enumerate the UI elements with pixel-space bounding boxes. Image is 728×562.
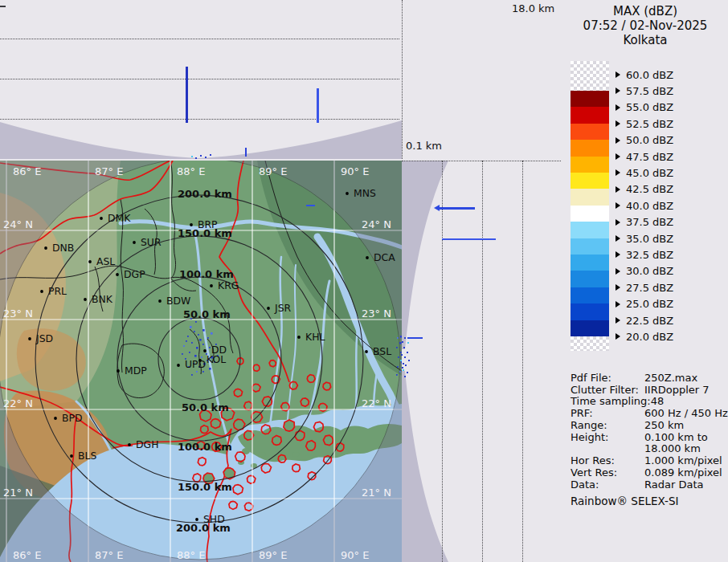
parallel-label-left: 24° N [3,218,33,230]
meridian-label-bottom: 90° E [341,549,369,561]
legend-entry-label: 55.0 dBZ [626,100,673,114]
radar-echo-speck [402,341,403,343]
metadata-value: 0.089 km/pixel [644,466,722,479]
legend-tick-arrow [616,104,620,111]
legend-panel: MAX (dBZ) 07:52 / 02-Nov-2025 Kolkata 60… [562,0,728,562]
radar-echo-speck [400,360,402,361]
legend-swatch [571,222,609,238]
station-dot [203,349,207,352]
metadata-label: Time sampling: [571,395,651,407]
metadata-value: 250Z.max [644,372,697,384]
station-dot [84,298,87,301]
metadata-row: Pdf File:250Z.max [571,372,726,384]
station-dot [44,246,47,250]
legend-tick-arrow [616,301,620,307]
radar-product-view: 18.0 km 0.1 km [0,0,728,562]
legend-tick-arrow [616,71,620,78]
radar-echo-bar [440,207,475,210]
legend-swatch [571,124,609,140]
range-ring-label: 50.0 km [183,308,231,320]
radar-echo-speck [407,372,408,373]
metadata-value: 600 Hz / 450 Hz [644,407,728,419]
metadata-label: Height: [571,431,644,443]
legend-tick-arrow [616,120,620,127]
side-panel-gridline [522,161,523,562]
metadata-value: IIRDoppler 7 [644,384,710,396]
parallel-label-right: 24° N [362,218,391,230]
metadata-value: 0.100 km to [644,431,708,443]
meridian-label-bottom: 86° E [13,549,41,561]
station-label: DCA [374,251,395,263]
legend-swatch [571,255,609,271]
top-cross-section [0,0,402,159]
radar-echo-speck [405,364,407,366]
metadata-row: Vert Res:0.089 km/pixel [571,466,726,479]
metadata-label: Pdf File: [571,372,644,384]
legend-entry-label: 37.5 dBZ [626,215,673,229]
station-dot [158,299,162,303]
station-dot [70,454,73,458]
range-ring-label: 100.0 km [179,268,234,280]
parallel-label-left: 23° N [3,307,33,320]
station-dot [297,336,301,339]
radar-echo-arrowhead [434,205,440,211]
station-label: SUR [141,236,162,248]
radar-echo-speck [407,352,408,353]
legend-entry-label: 45.0 dBZ [626,166,673,180]
radar-echo-speck [205,157,207,158]
legend-swatch [571,271,609,287]
station-dot [54,417,57,420]
radar-echo-speck [191,156,193,157]
radar-echo-bar [442,238,496,240]
meridian-label-bottom: 89° E [259,549,287,561]
metadata-value: Radar Data [644,479,703,491]
metadata-value: 18.000 km [644,442,701,454]
legend-entry-label: 30.0 dBZ [626,264,673,278]
station-label: DMK [108,212,131,224]
metadata-label: Clutter Filter: [571,384,644,396]
station-dot [267,307,270,310]
radar-echo-speck [404,356,406,358]
legend-swatch [571,189,609,206]
range-ring-label: 200.0 km [178,188,232,200]
range-ring-label: 150.0 km [178,481,232,493]
parallel-label-right: 22° N [362,397,391,409]
legend-swatch [571,287,609,304]
legend-swatch [571,303,609,320]
radar-echo-bar [317,88,319,123]
station-label: DGP [124,268,145,280]
legend-tick-arrow [616,202,620,209]
meridian-label-bottom: 87° E [95,549,123,561]
legend-swatch [571,140,609,157]
station-label: BPD [62,412,83,424]
meridian-label-top: 89° E [259,165,287,177]
side-panel-gridline [442,161,443,562]
station-label: KRG [218,279,239,291]
parallel-label-left: 22° N [3,397,33,409]
legend-tick-arrow [616,235,620,242]
metadata-label: Range: [571,419,644,431]
legend-entry-label: 35.0 dBZ [626,232,673,246]
station-label: DGH [136,438,158,450]
beam-coverage-silhouette-top [0,0,402,159]
legend-swatch-transparent [571,61,609,91]
legend-entry-label: 60.0 dBZ [626,68,673,82]
radar-echo-speck [403,347,405,348]
station-dot [116,273,119,276]
legend-tick-arrow [616,268,620,275]
legend-swatch [571,91,609,108]
legend-entry-label: 40.0 dBZ [626,199,673,213]
legend-entry-label: 32.5 dBZ [626,248,673,262]
metadata-row: PRF:600 Hz / 450 Hz [571,407,726,419]
meridian-label-top: 90° E [341,165,369,177]
station-label: BNK [92,293,113,305]
station-label: PRL [48,285,67,297]
parallel-label-left: 21° N [3,487,33,499]
radar-echo-speck [404,376,406,377]
metadata-row: Hor Res:1.000 km/pixel [571,454,726,466]
station-label: ASL [96,255,115,267]
station-dot [195,518,198,521]
meridian-label-top: 87° E [95,165,123,177]
legend-tick-arrow [616,333,620,340]
legend-entry-label: 20.0 dBZ [626,330,673,344]
